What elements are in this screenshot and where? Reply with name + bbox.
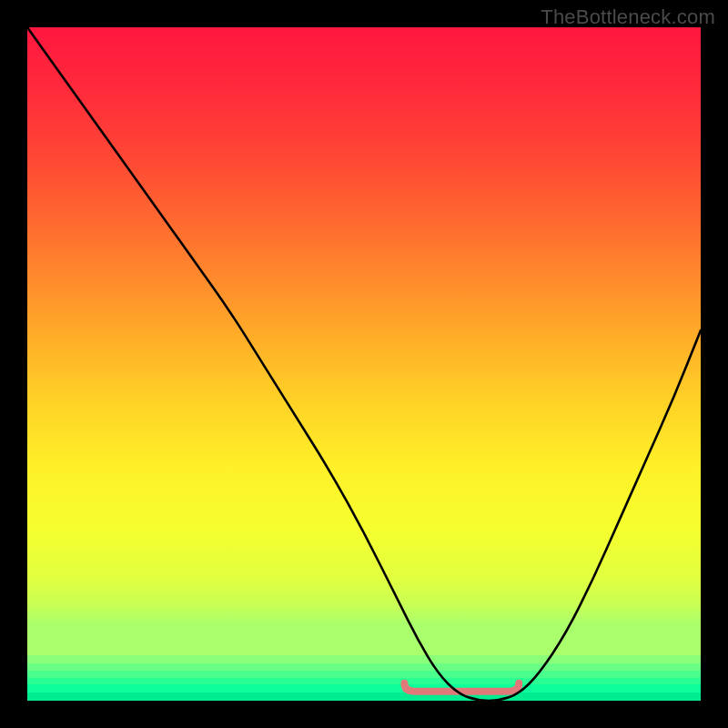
- optimal-range-marker: [404, 683, 519, 692]
- chart-frame: TheBottleneck.com: [0, 0, 728, 728]
- curve-layer: [27, 27, 701, 701]
- bottleneck-curve: [27, 27, 701, 701]
- plot-area: [27, 27, 701, 701]
- watermark-text: TheBottleneck.com: [541, 5, 715, 29]
